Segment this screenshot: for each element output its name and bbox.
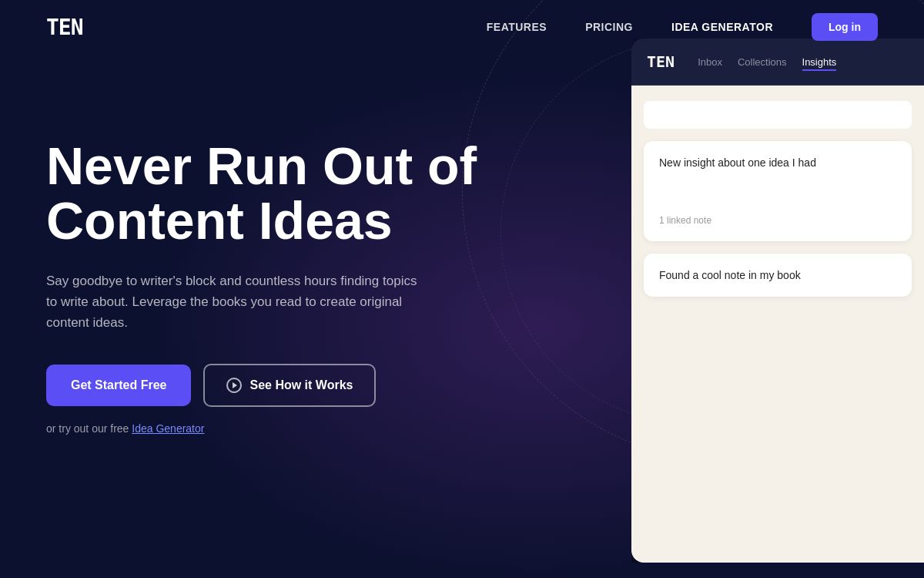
play-icon [226, 378, 242, 393]
nav-pricing[interactable]: PRICING [585, 21, 633, 33]
app-tab-insights[interactable]: Insights [802, 53, 837, 71]
nav-features[interactable]: FEATURES [487, 21, 547, 33]
app-preview: TEN Inbox Collections Insights New insig… [631, 39, 924, 563]
insight-card-1-footer: 1 linked note [659, 215, 896, 226]
insight-card-2[interactable]: Found a cool note in my book [644, 254, 912, 297]
insight-card-1[interactable]: New insight about one idea I had 1 linke… [644, 141, 912, 241]
hero-buttons: Get Started Free See How it Works [46, 364, 477, 407]
navbar: TEN FEATURES PRICING IDEA GENERATOR Log … [0, 0, 924, 54]
nav-links: FEATURES PRICING IDEA GENERATOR Log in [487, 13, 878, 41]
hero-title: Never Run Out of Content Ideas [46, 139, 477, 249]
app-tab-collections[interactable]: Collections [738, 53, 787, 71]
hero-footnote: or try out our free Idea Generator [46, 422, 477, 435]
app-body: New insight about one idea I had 1 linke… [631, 86, 924, 563]
nav-idea-generator[interactable]: IDEA GENERATOR [671, 21, 773, 33]
idea-generator-link[interactable]: Idea Generator [132, 422, 204, 435]
logo-text: TEN [46, 15, 83, 40]
app-tab-inbox[interactable]: Inbox [698, 53, 722, 71]
see-how-button[interactable]: See How it Works [203, 364, 376, 407]
app-window: TEN Inbox Collections Insights New insig… [631, 39, 924, 563]
app-search-bar[interactable] [644, 101, 912, 129]
logo: TEN [46, 15, 83, 40]
insight-card-1-title: New insight about one idea I had [659, 156, 896, 169]
app-logo: TEN [647, 52, 675, 71]
get-started-button[interactable]: Get Started Free [46, 365, 191, 406]
hero-subtitle: Say goodbye to writer's block and countl… [46, 271, 431, 334]
login-button[interactable]: Log in [812, 13, 878, 41]
hero-content: Never Run Out of Content Ideas Say goodb… [46, 116, 477, 435]
insight-card-2-title: Found a cool note in my book [659, 269, 896, 281]
